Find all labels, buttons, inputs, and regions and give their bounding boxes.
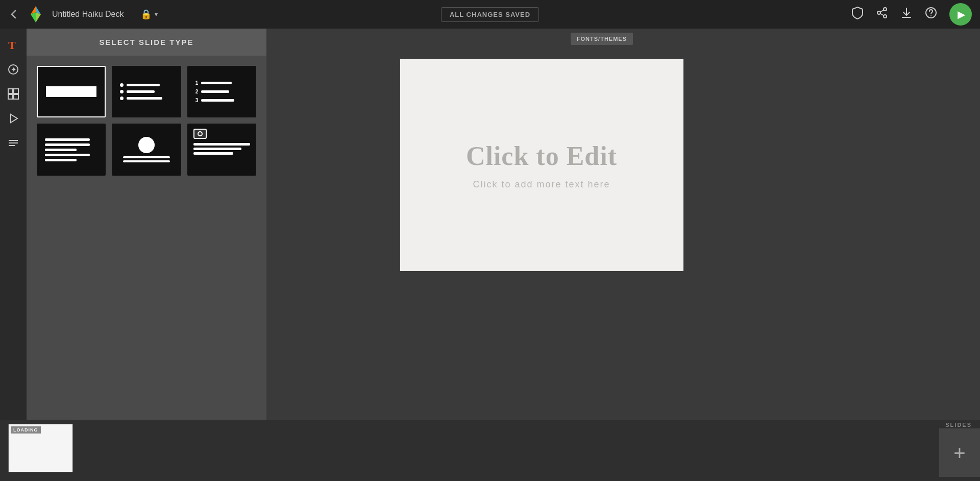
loading-label: LOADING bbox=[11, 426, 41, 434]
back-button[interactable] bbox=[8, 9, 19, 20]
slide-type-grid: 1 2 3 bbox=[27, 56, 266, 186]
topbar-left: Untitled Haiku Deck 🔒 ▼ bbox=[8, 4, 159, 25]
svg-point-4 bbox=[884, 8, 887, 11]
svg-rect-15 bbox=[8, 89, 13, 93]
shield-icon[interactable] bbox=[851, 6, 864, 22]
svg-rect-17 bbox=[8, 94, 13, 99]
slide-thumbnail-1[interactable]: LOADING bbox=[8, 424, 73, 472]
svg-marker-19 bbox=[11, 114, 17, 123]
fonts-themes-button[interactable]: FONTS/THEMES bbox=[571, 33, 633, 45]
svg-text:✦: ✦ bbox=[11, 65, 17, 74]
sticker-tool-button[interactable]: ✦ bbox=[2, 58, 24, 81]
left-sidebar: T ✦ bbox=[0, 29, 27, 420]
slide-sub-text[interactable]: Click to add more text here bbox=[473, 179, 610, 190]
svg-line-7 bbox=[880, 14, 884, 16]
play-button[interactable]: ▶ bbox=[949, 3, 972, 26]
slide-type-bullets[interactable] bbox=[112, 66, 181, 117]
lock-caret-icon: ▼ bbox=[154, 11, 159, 17]
slide-type-avatar[interactable] bbox=[112, 124, 181, 175]
slideshow-tool-button[interactable] bbox=[2, 107, 24, 130]
slides-label: SLIDES bbox=[945, 422, 972, 428]
topbar-right: ▶ bbox=[851, 3, 972, 26]
add-slide-button[interactable]: + bbox=[939, 428, 980, 477]
slide-type-title-only[interactable] bbox=[37, 66, 106, 117]
text-tool-button[interactable]: T bbox=[2, 34, 24, 56]
slide-type-panel: SELECT SLIDE TYPE bbox=[27, 29, 266, 420]
slide-type-photo-caption[interactable] bbox=[187, 124, 256, 175]
svg-line-8 bbox=[880, 10, 884, 12]
svg-point-6 bbox=[884, 15, 887, 18]
add-slide-icon: + bbox=[953, 443, 965, 463]
deck-title[interactable]: Untitled Haiku Deck bbox=[52, 10, 124, 19]
lock-icon: 🔒 bbox=[140, 9, 152, 20]
slide-canvas[interactable]: Click to Edit Click to add more text her… bbox=[400, 59, 683, 271]
layout-tool-button[interactable] bbox=[2, 83, 24, 105]
notes-tool-button[interactable] bbox=[2, 132, 24, 154]
logo-icon bbox=[26, 4, 46, 25]
slide-type-text-only[interactable] bbox=[37, 124, 106, 175]
svg-text:T: T bbox=[8, 39, 16, 52]
main-area: T ✦ bbox=[0, 29, 980, 420]
bottom-bar: SLIDES LOADING + bbox=[0, 420, 980, 481]
panel-header: SELECT SLIDE TYPE bbox=[27, 29, 266, 56]
svg-point-5 bbox=[877, 11, 880, 14]
save-status: ALL CHANGES SAVED bbox=[441, 7, 539, 22]
svg-point-11 bbox=[930, 15, 932, 16]
svg-rect-16 bbox=[14, 89, 18, 93]
slide-main-text[interactable]: Click to Edit bbox=[466, 141, 617, 171]
share-icon[interactable] bbox=[876, 7, 888, 22]
svg-rect-18 bbox=[14, 94, 18, 99]
slide-type-numbered[interactable]: 1 2 3 bbox=[187, 66, 256, 117]
help-icon[interactable] bbox=[925, 7, 937, 22]
play-button-icon: ▶ bbox=[958, 8, 965, 20]
download-icon[interactable] bbox=[900, 7, 913, 22]
topbar: Untitled Haiku Deck 🔒 ▼ ALL CHANGES SAVE… bbox=[0, 0, 980, 29]
canvas-area: FONTS/THEMES Click to Edit Click to add … bbox=[266, 29, 817, 420]
lock-button[interactable]: 🔒 ▼ bbox=[140, 9, 159, 20]
right-panel bbox=[817, 29, 980, 420]
